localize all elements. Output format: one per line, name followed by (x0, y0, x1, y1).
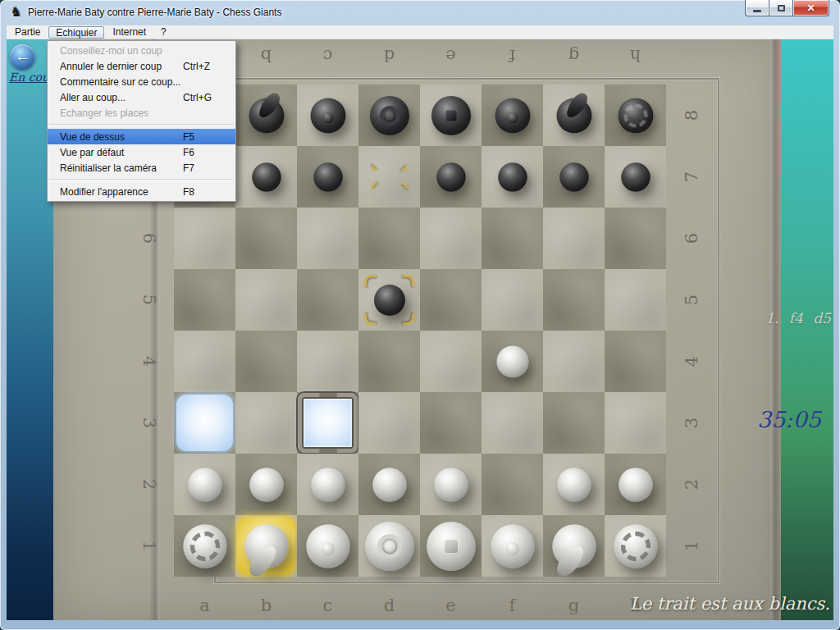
piece-white-queen[interactable] (365, 522, 414, 571)
square-c2[interactable] (297, 454, 358, 515)
square-g4[interactable] (543, 331, 605, 392)
square-a1[interactable] (174, 515, 235, 577)
square-b1[interactable] (235, 515, 297, 577)
square-b7[interactable] (235, 146, 297, 208)
piece-black-pawn[interactable] (621, 162, 651, 192)
square-b4[interactable] (235, 331, 297, 392)
square-c7[interactable] (297, 146, 358, 208)
piece-white-knight[interactable] (552, 524, 596, 568)
square-g5[interactable] (543, 269, 605, 331)
square-f1[interactable] (482, 515, 543, 577)
piece-black-bishop[interactable] (310, 98, 345, 133)
piece-black-rook[interactable] (618, 98, 653, 133)
piece-white-knight[interactable] (244, 524, 289, 568)
square-d8[interactable] (358, 84, 420, 146)
square-e8[interactable] (420, 84, 482, 146)
square-e4[interactable] (420, 331, 482, 392)
piece-white-bishop[interactable] (306, 524, 350, 568)
piece-white-pawn[interactable] (619, 468, 653, 502)
back-button[interactable]: ← (10, 44, 35, 70)
square-h8[interactable] (605, 84, 666, 146)
square-h3[interactable] (605, 392, 666, 454)
square-f6[interactable] (482, 208, 543, 269)
menubar-item-partie[interactable]: Partie (8, 26, 47, 39)
square-b3[interactable] (235, 392, 297, 454)
menu-item[interactable]: Vue de dessusF5 (48, 129, 235, 144)
square-d3[interactable] (358, 392, 420, 454)
square-f2[interactable] (482, 454, 543, 515)
square-f8[interactable] (482, 84, 543, 146)
square-h2[interactable] (605, 454, 666, 515)
square-g2[interactable] (543, 454, 605, 515)
square-e7[interactable] (420, 146, 482, 208)
piece-white-pawn[interactable] (188, 468, 222, 502)
square-f3[interactable] (482, 392, 543, 454)
square-d5[interactable] (358, 269, 420, 331)
piece-white-pawn[interactable] (311, 468, 345, 502)
piece-white-pawn[interactable] (249, 468, 284, 502)
square-c5[interactable] (297, 269, 358, 331)
piece-black-pawn[interactable] (436, 162, 466, 192)
menu-item[interactable]: Vue par défautF6 (48, 144, 235, 160)
minimize-button[interactable] (745, 0, 769, 16)
square-g7[interactable] (543, 146, 605, 208)
square-b8[interactable] (235, 84, 297, 146)
square-c4[interactable] (297, 331, 358, 392)
square-h7[interactable] (605, 146, 666, 208)
square-g3[interactable] (543, 392, 605, 454)
square-h1[interactable] (605, 515, 666, 577)
square-d6[interactable] (358, 208, 420, 269)
square-g8[interactable] (543, 84, 605, 146)
piece-white-king[interactable] (427, 522, 476, 571)
square-e6[interactable] (420, 208, 482, 269)
piece-white-pawn[interactable] (557, 468, 591, 502)
square-h6[interactable] (605, 208, 666, 269)
piece-black-pawn[interactable] (374, 285, 405, 316)
square-f7[interactable] (482, 146, 543, 208)
maximize-button[interactable] (769, 0, 792, 16)
square-d2[interactable] (358, 454, 420, 515)
square-c6[interactable] (297, 208, 358, 269)
menubar-item-echiquier[interactable]: Echiquier (48, 26, 104, 39)
piece-white-pawn[interactable] (434, 468, 468, 502)
piece-white-bishop[interactable] (491, 524, 535, 568)
piece-white-pawn[interactable] (372, 468, 407, 502)
square-e5[interactable] (420, 269, 482, 331)
square-a3[interactable] (174, 392, 235, 454)
square-c8[interactable] (297, 84, 358, 146)
square-f4[interactable] (482, 331, 543, 392)
piece-black-pawn[interactable] (252, 162, 281, 192)
piece-black-pawn[interactable] (559, 162, 589, 192)
menubar-item-internet[interactable]: Internet (106, 26, 153, 39)
menubar-item-?[interactable]: ? (154, 26, 173, 39)
square-e3[interactable] (420, 392, 482, 454)
menu-item[interactable]: Aller au coup...Ctrl+G (48, 89, 235, 105)
menu-item[interactable]: Commentaire sur ce coup... (48, 74, 235, 89)
square-e1[interactable] (420, 515, 482, 577)
piece-white-rook[interactable] (614, 524, 658, 568)
square-b5[interactable] (235, 269, 297, 331)
square-c3[interactable] (297, 392, 358, 454)
square-d7[interactable] (358, 146, 420, 208)
square-d4[interactable] (358, 331, 420, 392)
square-f5[interactable] (482, 269, 543, 331)
piece-black-knight[interactable] (556, 98, 591, 133)
square-g6[interactable] (543, 208, 605, 269)
piece-black-bishop[interactable] (495, 98, 530, 133)
square-h4[interactable] (605, 331, 666, 392)
square-a4[interactable] (174, 331, 235, 392)
piece-white-pawn[interactable] (496, 345, 528, 377)
piece-black-pawn[interactable] (313, 162, 343, 192)
piece-black-pawn[interactable] (498, 162, 527, 192)
square-a2[interactable] (174, 454, 235, 515)
square-a5[interactable] (174, 269, 235, 331)
square-h5[interactable] (605, 269, 666, 331)
piece-black-queen[interactable] (369, 95, 409, 135)
title-bar[interactable]: ♞ Pierre-Marie Baty contre Pierre-Marie … (0, 0, 840, 25)
square-g1[interactable] (543, 515, 605, 577)
square-e2[interactable] (420, 454, 482, 515)
square-d1[interactable] (358, 515, 420, 577)
piece-black-king[interactable] (431, 95, 470, 135)
close-button[interactable]: ✕ (792, 0, 829, 16)
square-b6[interactable] (235, 208, 297, 269)
